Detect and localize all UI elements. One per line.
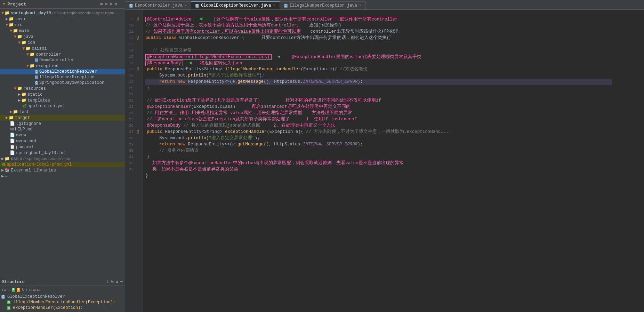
scratches-icon: ✏️ <box>5 174 7 179</box>
tree-label: baizhi <box>32 46 47 51</box>
folder-icon: 📁 <box>9 115 14 120</box>
tree-item-exception[interactable]: ▼ 📁 exception <box>0 63 125 69</box>
sidebar-icon-1[interactable]: ⊕ <box>100 1 103 7</box>
tree-item-application-yml[interactable]: 🌿 application.yml <box>0 103 125 109</box>
code-editor[interactable]: 9 @ 10 11 12 @ 13 14 15 16 17 @ 18 <box>125 10 644 312</box>
folder-icon: 📁 <box>21 98 26 103</box>
sidebar-icon-5[interactable]: — <box>119 1 122 7</box>
filter-icon[interactable]: ≒ <box>111 279 113 285</box>
sidebar-project-label: Project <box>7 2 26 7</box>
struct-class-icon: C <box>1 295 5 299</box>
line-num-30: 30 <box>125 149 135 153</box>
code-line-18: System.out.println("进入非法参数异常处理"); <box>145 72 612 79</box>
tree-item-templates[interactable]: ▶ 📁 templates <box>0 97 125 103</box>
code-line-20: } <box>145 85 612 91</box>
tree-item-mvnw[interactable]: 📄 mvnw <box>0 132 125 138</box>
struct-sort-az-icon[interactable]: ↕a <box>1 288 6 293</box>
sidebar-icon-3[interactable]: ≒ <box>110 1 113 7</box>
code-line-15: @ExceptionHandler(IllegalNumberException… <box>145 54 612 60</box>
tree-item-pomxml[interactable]: 📋 pom.xml <box>0 144 125 150</box>
tree-item-java[interactable]: ▼ 📁 java <box>0 34 125 40</box>
tree-label: templates <box>27 98 50 103</box>
file-icon: 📄 <box>10 121 15 126</box>
java-class-icon: C <box>35 70 38 74</box>
tree-item-main[interactable]: ▼ 📁 main <box>0 28 125 34</box>
tree-item-scratches[interactable]: ▶ ✏️ <box>0 173 125 179</box>
folder-icon: 📁 <box>13 109 18 114</box>
struct-expand-icon[interactable]: ⊞ <box>33 287 35 293</box>
callout-right-23: 配合instanceof还可以在处理类中再定义不同的 <box>252 104 351 109</box>
code-line-33: 类，如果不是再看是不是当前异常类的父类 <box>145 166 612 173</box>
code-line-11: // 如果不想作用于所有controller，可以在value属性上指定哪些包可… <box>145 29 612 35</box>
tree-label: .gitignore <box>16 121 41 126</box>
tree-label: com <box>27 40 35 45</box>
struct-anon-icon[interactable]: α <box>29 288 32 293</box>
struct-class-item[interactable]: C GlobalExceptionResolver <box>1 294 123 299</box>
tree-item-controller[interactable]: ▼ 📁 controller <box>0 51 125 57</box>
tab-close-global[interactable]: × <box>273 4 275 8</box>
tree-item-springboot-day10[interactable]: ▼ 📁 springboot_day10 D:\springbootcodes\… <box>0 10 125 16</box>
callout-right-22: 针对不同的异常进行不同的处理不仅可以使用if <box>285 98 381 103</box>
tree-item-test[interactable]: ▶ 📁 test <box>0 109 125 115</box>
tree-item-gitignore[interactable]: 📄 .gitignore <box>0 121 125 127</box>
comment-25: 写Exception.class就是把Exception及其所有子类异常都处理了 <box>155 117 290 122</box>
struct-method-1[interactable]: m illegalNumberExceptionHandler(Exceptio… <box>1 299 123 305</box>
tree-item-helpmd[interactable]: md HELP.md <box>0 127 125 132</box>
tab-globalexceptionresolver[interactable]: C GlobalExceptionResolver.java × <box>191 1 280 9</box>
sidebar-icon-4[interactable]: ⚙ <box>114 1 117 7</box>
callout-right-2: 默认作用于所有controller <box>338 17 399 22</box>
tree-path: D:\springbootcodes\ssm <box>20 157 70 161</box>
tree-item-globalexceptionresolver[interactable]: C GlobalExceptionResolver <box>0 69 125 74</box>
tab-close-illegal[interactable]: × <box>359 4 361 8</box>
tree-item-springbootapp[interactable]: C SpringbootDay10Application <box>0 80 125 86</box>
struct-public-icon[interactable]: P <box>12 288 15 292</box>
line-num-13: 13 <box>125 42 135 46</box>
code-line-16: @ResponseBody ◄— 将返回值转化为json <box>145 60 612 66</box>
editor-area: C DemoController.java × C GlobalExceptio… <box>125 0 644 312</box>
tree-item-application-local-prod[interactable]: 🌿 application-local-prod.yml <box>0 162 125 167</box>
settings-icon[interactable]: ⚙ <box>116 279 118 285</box>
tab-close-democontroller[interactable]: × <box>185 4 187 8</box>
tab-icon-democontroller: C <box>129 4 133 8</box>
code-line-17: public ResponseEntity<String> illegalNum… <box>145 66 612 72</box>
tree-item-iml[interactable]: 📄 springboot_day10.iml <box>0 150 125 156</box>
struct-method-2[interactable]: m exceptionHandler(Exception): <box>1 305 123 311</box>
tree-item-democontroller[interactable]: C DemoController <box>0 57 125 63</box>
struct-class-name: GlobalExceptionResolver <box>7 294 65 299</box>
yml-icon: 🌿 <box>22 104 26 108</box>
java-class-icon: C <box>35 58 38 62</box>
tree-item-src[interactable]: ▼ 📁 src <box>0 22 125 28</box>
line-num-15: 15 <box>125 55 135 59</box>
struct-collapse-icon[interactable]: ⊟ <box>37 287 39 293</box>
tree-item-resources[interactable]: ▼ 📁 resources <box>0 86 125 91</box>
tree-item-illegalnumberexception[interactable]: C IllegalNumberException <box>0 74 125 80</box>
folder-icon: 📁 <box>25 46 31 51</box>
line-num-32: 32 <box>125 161 135 165</box>
tab-democontroller[interactable]: C DemoController.java × <box>125 1 191 9</box>
tab-illegalnumberexception[interactable]: C IllegalNumberException.java × <box>280 1 366 9</box>
tree-item-target[interactable]: ▶ 📁 target <box>0 115 125 121</box>
struct-sort-icon[interactable]: ↕ <box>8 288 10 293</box>
minimize-icon[interactable]: — <box>120 279 123 285</box>
tree-item-baizhi[interactable]: ▼ 📁 baizhi <box>0 46 125 51</box>
tree-item-ssm[interactable]: ▶ 📁 ssm D:\springbootcodes\ssm <box>0 156 125 162</box>
sort-icon[interactable]: ↕ <box>106 279 109 285</box>
response-body-annotation-box: @ResponseBody <box>145 61 183 66</box>
tree-item-mvn[interactable]: ▶ 📁 .mvn <box>0 16 125 22</box>
tree-item-com[interactable]: ▼ 📁 com <box>0 40 125 46</box>
line-num-27: 27 <box>125 130 135 134</box>
arrow-right-9: ◄—— <box>199 16 209 22</box>
tree-item-mvnwcmd[interactable]: 📄 mvnw.cmd <box>0 138 125 144</box>
tree-label: resources <box>23 86 46 91</box>
comment-32: 如果方法中有多个@ExceptionHandler中的value与出现的异常匹配… <box>152 161 404 166</box>
struct-field-icon[interactable]: F <box>17 288 20 292</box>
tree-item-external-libs[interactable]: ▶ 📚 External Libraries <box>0 167 125 173</box>
java-class-icon: C <box>35 75 38 79</box>
sidebar-icon-2[interactable]: ≡ <box>105 1 108 7</box>
code-line-30: // 服务器内部错误 <box>145 147 612 154</box>
struct-lambda-icon[interactable]: λ <box>22 288 24 293</box>
line-num-19: 19 <box>125 80 135 84</box>
tree-item-static[interactable]: ▶ 📁 static <box>0 91 125 97</box>
struct-inherited-icon[interactable]: ↑ <box>25 288 28 293</box>
tab-label-global: GlobalExceptionResolver.java <box>201 3 271 8</box>
